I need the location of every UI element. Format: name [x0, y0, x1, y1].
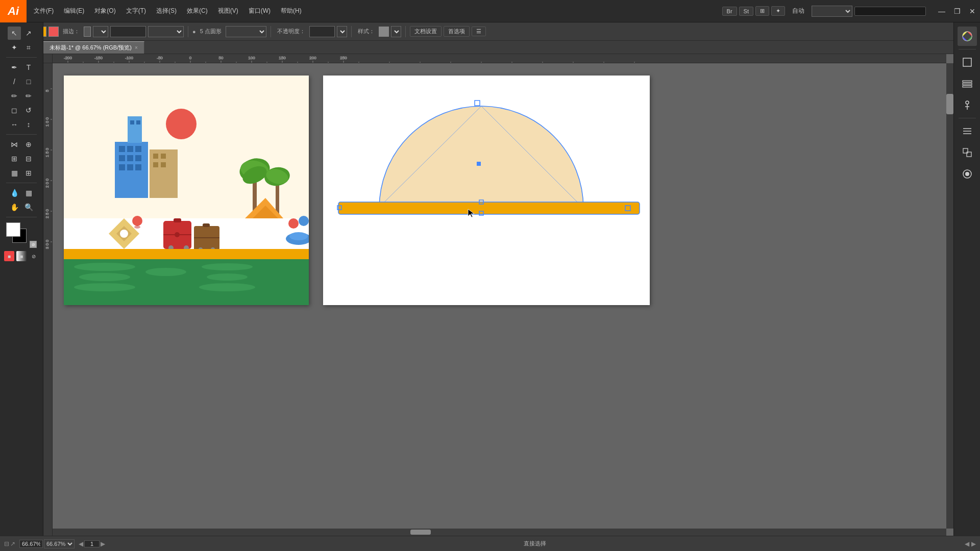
symbol-spray-tool[interactable]: ⊕	[22, 138, 35, 151]
tab-close-button[interactable]: ×	[135, 45, 138, 51]
artboard-panel-btn[interactable]	[958, 53, 977, 72]
appearance-panel-btn[interactable]	[958, 164, 977, 184]
transform-panel-btn[interactable]	[958, 143, 977, 162]
brush-tool[interactable]: ✏	[8, 89, 21, 103]
pen-tool[interactable]: ✒	[8, 61, 21, 74]
h-scroll-thumb[interactable]	[410, 530, 431, 535]
eraser-tool[interactable]: ◻	[8, 104, 21, 117]
close-button[interactable]: ✕	[965, 0, 980, 22]
minimize-button[interactable]: —	[934, 0, 949, 22]
layout-button[interactable]: ⊞	[755, 6, 769, 16]
zoom-select[interactable]: 66.67%	[44, 539, 75, 548]
menu-view[interactable]: 视图(V)	[213, 5, 243, 17]
none-color[interactable]: ⊘	[30, 241, 37, 248]
canvas-wrapper[interactable]	[53, 63, 946, 529]
stroke-color-box[interactable]	[48, 27, 59, 37]
svg-text:1 0 0: 1 0 0	[45, 117, 50, 127]
color-fill[interactable]: ■	[4, 251, 14, 261]
tool-sep-2	[6, 134, 37, 135]
menu-edit[interactable]: 编辑(E)	[59, 5, 89, 17]
none-fill[interactable]: ⊘	[29, 251, 39, 261]
stroke-style-select[interactable]	[148, 26, 184, 37]
scrollbar-right[interactable]	[946, 63, 953, 529]
reflect-tool[interactable]: ↔	[8, 118, 21, 131]
scrollbar-bottom[interactable]	[53, 529, 946, 536]
svg-rect-80	[136, 120, 140, 124]
svg-rect-128	[477, 162, 481, 166]
menu-window[interactable]: 窗口(W)	[243, 5, 276, 17]
column-graph-tool[interactable]: ▦	[8, 166, 21, 180]
maximize-button[interactable]: ❐	[949, 0, 965, 22]
style-color-box[interactable]	[379, 27, 389, 37]
svg-rect-105	[203, 223, 210, 227]
slice-tool[interactable]: ⊟	[22, 152, 35, 165]
rotate-tool[interactable]: ↺	[22, 104, 35, 117]
v-scroll-thumb[interactable]	[946, 94, 953, 114]
stock-button[interactable]: St	[739, 7, 753, 16]
svg-rect-4	[963, 86, 972, 87]
page-input[interactable]: 1	[84, 540, 100, 547]
rect-tool[interactable]: □	[22, 75, 35, 88]
fg-color[interactable]	[6, 222, 20, 237]
pencil-tool[interactable]: ✏	[22, 89, 35, 103]
scale-tool[interactable]: ↕	[22, 118, 35, 131]
preferences-button[interactable]: 首选项	[444, 26, 470, 37]
arrange-button[interactable]: ☰	[472, 27, 486, 36]
bottom-icon-1[interactable]: ◀	[965, 540, 969, 547]
opacity-select[interactable]	[337, 26, 347, 37]
hand-tool[interactable]: ✋	[8, 201, 21, 214]
properties-panel-btn[interactable]	[958, 95, 977, 115]
zoom-tool[interactable]: 🔍	[22, 201, 35, 214]
stroke-select[interactable]	[93, 26, 108, 37]
style-select[interactable]	[391, 26, 401, 37]
prev-page-btn[interactable]: ◀	[79, 540, 83, 547]
gradient-fill[interactable]: ■	[16, 251, 27, 261]
color-panel-btn[interactable]	[958, 27, 977, 46]
canvas-area[interactable]: -200 -150 -100 -50 0 50 100 150 200 250	[43, 54, 953, 536]
ai-logo: Ai	[0, 0, 27, 22]
svg-rect-77	[135, 164, 141, 170]
menu-help[interactable]: 帮助(H)	[276, 5, 307, 17]
svg-text:0: 0	[189, 56, 192, 60]
menu-effect[interactable]: 效果(C)	[182, 5, 213, 17]
stroke-size-box[interactable]	[84, 27, 91, 37]
next-page-btn[interactable]: ▶	[101, 540, 105, 547]
opacity-input[interactable]: 100%	[309, 26, 335, 37]
zoom-input[interactable]: 66.67%	[19, 540, 43, 548]
search-input[interactable]	[854, 7, 926, 16]
doc-settings-button[interactable]: 文档设置	[410, 26, 442, 37]
active-tab[interactable]: 未标题-1* @ 66.67% (RGB/预览) ×	[43, 41, 144, 54]
mesh-tool[interactable]: ⊞	[22, 166, 35, 180]
menu-file[interactable]: 文件(F)	[29, 5, 59, 17]
direct-selection-tool[interactable]: ↗	[22, 27, 35, 40]
magic-wand-tool[interactable]: ✦	[8, 41, 21, 54]
menu-object[interactable]: 对象(O)	[89, 5, 120, 17]
svg-point-113	[299, 216, 309, 226]
svg-text:1 5 0: 1 5 0	[45, 148, 50, 157]
gradient-tool[interactable]: ▦	[22, 186, 35, 199]
type-tool[interactable]: T	[22, 61, 35, 74]
svg-rect-69	[119, 146, 125, 152]
eyedropper-tool[interactable]: 💧	[8, 186, 21, 199]
menu-bar: Ai 文件(F) 编辑(E) 对象(O) 文字(T) 选择(S) 效果(C) 视…	[0, 0, 980, 22]
stroke-width-input[interactable]	[110, 26, 146, 37]
bridge-button[interactable]: Br	[722, 7, 737, 16]
selection-tool[interactable]: ↖	[8, 27, 21, 40]
align-panel-btn[interactable]	[958, 121, 977, 141]
menu-type[interactable]: 文字(T)	[121, 5, 151, 17]
toolbar: 未选择对象 描边： ● 5 点圆形 不透明度： 100% 样式： 文档设置 首选…	[0, 22, 980, 41]
color-section: ⊘	[6, 222, 37, 248]
blend-tool[interactable]: ⋈	[8, 138, 21, 151]
magic-button[interactable]: ✦	[771, 6, 785, 16]
line-tool[interactable]: /	[8, 75, 21, 88]
lasso-tool[interactable]: ⌗	[22, 41, 35, 54]
menu-select[interactable]: 选择(S)	[151, 5, 182, 17]
auto-select[interactable]	[812, 6, 852, 17]
travel-illustration	[64, 76, 309, 305]
bottom-icon-2[interactable]: ▶	[971, 540, 976, 547]
layers-panel-btn[interactable]	[958, 74, 977, 93]
svg-text:-200: -200	[64, 56, 72, 60]
artboard-tool[interactable]: ⊞	[8, 152, 21, 165]
tool-row-8: ⋈ ⊕	[8, 138, 35, 151]
point-select[interactable]	[226, 26, 266, 37]
